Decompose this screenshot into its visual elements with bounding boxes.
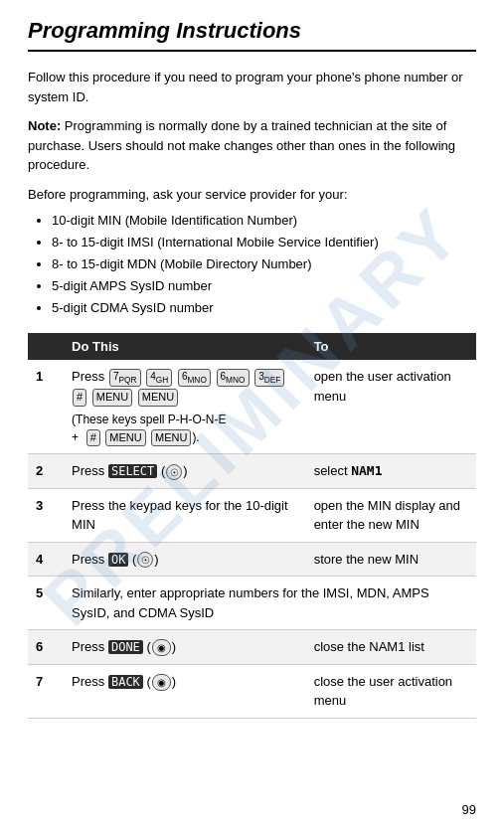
table-row: 3 Press the keypad keys for the 10-digit… [28, 488, 476, 542]
list-item: 8- to 15-digit MDN (Mobile Directory Num… [52, 253, 476, 275]
nam1-label: NAM1 [351, 463, 382, 478]
step-number: 2 [28, 454, 64, 489]
key-hash: # [73, 389, 86, 406]
key-oval-done: ◉ [152, 639, 171, 656]
step-number: 5 [28, 577, 64, 630]
table-row: 2 Press SELECT (☉) select NAM1 [28, 454, 476, 489]
sub-note: (These keys spell P-H-O-N-E+ # MENU MENU… [72, 411, 298, 447]
table-row: 6 Press DONE (◉) close the NAM1 list [28, 630, 476, 665]
col-header-do-this: Do This [64, 333, 306, 360]
key-3def: 3DEF [254, 369, 284, 388]
key-hash-sub: # [86, 429, 100, 446]
do-this-cell: Press BACK (◉) [64, 664, 306, 718]
table-row: 7 Press BACK (◉) close the user activati… [28, 664, 476, 718]
key-menu-1: MENU [92, 389, 132, 406]
key-done: DONE [108, 640, 143, 654]
do-this-cell: Press the keypad keys for the 10-digit M… [64, 488, 306, 542]
to-cell: open the user activation menu [306, 360, 476, 453]
note-body: Programming is normally done by a traine… [28, 118, 455, 172]
to-cell: close the NAM1 list [306, 630, 476, 665]
key-menu-2: MENU [138, 389, 178, 406]
note-label: Note: [28, 118, 61, 133]
step-number: 7 [28, 664, 64, 718]
page-title: Programming Instructions [28, 18, 476, 52]
page-container: PRELIMINARY Programming Instructions Fol… [0, 0, 504, 831]
key-circle-select: ☉ [166, 464, 182, 480]
key-4gh: 4GH [146, 369, 172, 388]
note-text: Note: Programming is normally done by a … [28, 116, 476, 175]
do-this-cell-wide: Similarly, enter appropriate numbers for… [64, 577, 476, 630]
step-number: 4 [28, 542, 64, 577]
key-select: SELECT [108, 464, 157, 478]
to-cell: open the MIN display and enter the new M… [306, 488, 476, 542]
list-item: 8- to 15-digit IMSI (International Mobil… [52, 232, 476, 253]
do-this-cell: Press SELECT (☉) [64, 454, 306, 489]
list-item: 5-digit AMPS SysID number [52, 275, 476, 297]
table-row: 1 Press 7PQR 4GH 6MNO 6MNO 3DEF # MENU M… [28, 360, 476, 453]
to-cell: select NAM1 [306, 454, 476, 489]
key-menu-sub-2: MENU [151, 429, 191, 446]
key-6mno-1: 6MNO [178, 369, 211, 388]
before-text: Before programming, ask your service pro… [28, 185, 476, 205]
do-this-cell: Press OK (☉) [64, 542, 306, 577]
bullet-list: 10-digit MIN (Mobile Identification Numb… [52, 210, 476, 319]
key-back: BACK [108, 675, 143, 689]
key-menu-sub-1: MENU [105, 429, 145, 446]
do-this-cell: Press 7PQR 4GH 6MNO 6MNO 3DEF # MENU MEN… [64, 360, 306, 453]
page-number: 99 [462, 802, 476, 817]
key-6mno-2: 6MNO [217, 369, 250, 388]
key-7pqr: 7PQR [109, 369, 141, 388]
step-number: 1 [28, 360, 64, 453]
instructions-table: Do This To 1 Press 7PQR 4GH 6MNO 6MNO 3D… [28, 333, 476, 718]
table-row: 5 Similarly, enter appropriate numbers f… [28, 577, 476, 630]
list-item: 5-digit CDMA SysID number [52, 297, 476, 319]
table-row: 4 Press OK (☉) store the new MIN [28, 542, 476, 577]
key-ok: OK [108, 553, 128, 567]
table-header-row: Do This To [28, 333, 476, 360]
key-circle-ok: ☉ [137, 552, 153, 568]
press-label: Press [72, 369, 108, 384]
to-cell: close the user activation menu [306, 664, 476, 718]
col-header-to: To [306, 333, 476, 360]
intro-text: Follow this procedure if you need to pro… [28, 68, 476, 106]
step-number: 6 [28, 630, 64, 665]
to-cell: store the new MIN [306, 542, 476, 577]
key-oval-back: ◉ [152, 674, 171, 691]
list-item: 10-digit MIN (Mobile Identification Numb… [52, 210, 476, 232]
do-this-cell: Press DONE (◉) [64, 630, 306, 665]
step-number: 3 [28, 488, 64, 542]
col-header-step [28, 333, 64, 360]
